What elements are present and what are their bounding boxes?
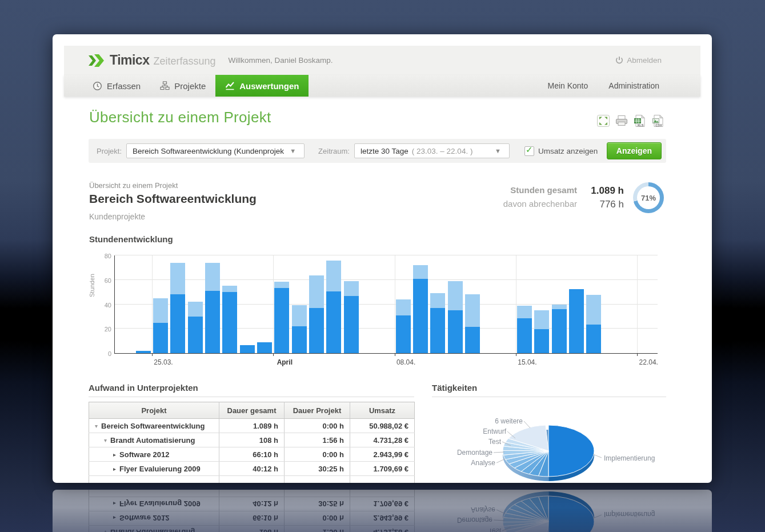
hours-bar <box>430 293 445 353</box>
hours-bar <box>257 342 272 353</box>
nonbillable-segment <box>222 286 237 292</box>
duration-project-cell: 30:25 h <box>285 462 350 476</box>
period-select[interactable]: letzte 30 Tage( 23.03. – 22.04. ) ▼ <box>354 143 510 158</box>
nonbillable-segment <box>170 263 185 295</box>
nonbillable-segment <box>534 310 549 329</box>
billable-segment <box>274 288 289 353</box>
hours-chart-heading: Stundenentwicklung <box>89 234 712 244</box>
y-axis-tick-label: 40 <box>97 302 111 309</box>
billable-hours-value: 776 h <box>584 199 624 210</box>
nonbillable-segment <box>465 294 480 327</box>
umsatz-checkbox-label: Umsatz anzeigen <box>538 147 598 155</box>
gridline <box>152 255 153 353</box>
y-axis-tick-label: 60 <box>97 277 111 284</box>
billable-segment <box>188 317 203 353</box>
anzeigen-button[interactable]: Anzeigen <box>607 142 662 159</box>
xls-label: XLS <box>638 123 644 127</box>
duration-project-cell: 0:00 h <box>285 419 350 433</box>
export-xls-icon[interactable]: XLS <box>633 114 647 130</box>
nav-right: Mein Konto Administration <box>547 75 659 97</box>
pie-slice-label: Analyse <box>471 459 495 467</box>
print-icon[interactable] <box>615 114 628 130</box>
x-axis-label: 25.03. <box>154 358 173 366</box>
billable-percentage-gauge: 71% <box>633 182 664 213</box>
filter-bar: Projekt: Bereich Softwareentwicklung (Ku… <box>89 139 666 163</box>
project-name-cell: ▸Flyer Evaluierung 2009 <box>89 462 219 476</box>
billable-segment <box>292 326 307 353</box>
col-umsatz[interactable]: Umsatz <box>350 402 415 419</box>
line-chart-icon <box>225 81 235 90</box>
tab-label: Projekte <box>174 81 206 91</box>
billable-segment <box>240 345 255 353</box>
hours-bar <box>240 345 255 353</box>
project-filter-label: Projekt: <box>97 147 122 155</box>
activities-section: Tätigkeiten ImplementierungAnalyseDemont… <box>432 383 666 483</box>
chevron-down-icon: ▼ <box>495 147 501 154</box>
expand-icon[interactable]: ▸ <box>113 466 116 472</box>
nav-administration[interactable]: Administration <box>608 81 659 90</box>
tab-auswertungen[interactable]: Auswertungen <box>215 75 309 97</box>
empty-cell <box>285 476 350 483</box>
duration-total-cell: 66:10 h <box>219 447 285 462</box>
umsatz-checkbox[interactable]: ✓ <box>524 146 534 156</box>
duration-project-cell: 0:00 h <box>285 447 350 462</box>
subproject-row[interactable]: ▾Brandt Automatisierung108 h1:56 h4.731,… <box>89 433 415 447</box>
gauge-percent-label: 71% <box>637 186 660 209</box>
subproject-row[interactable]: ▸Flyer Evaluierung 200940:12 h30:25 h1.7… <box>89 462 415 476</box>
collapse-icon[interactable]: ▾ <box>104 437 107 443</box>
clock-icon <box>93 81 102 91</box>
hours-bar <box>465 294 480 353</box>
gridline <box>516 255 516 353</box>
hours-bar <box>136 351 151 353</box>
col-projekt[interactable]: Projekt <box>89 402 219 419</box>
nonbillable-segment <box>448 281 463 310</box>
pie-slice-label: Test <box>488 438 501 446</box>
fullscreen-icon[interactable] <box>596 114 610 130</box>
project-select-value: Bereich Softwareentwicklung (Kundenproje… <box>133 147 284 155</box>
sitemap-icon <box>160 81 170 90</box>
main-nav: Erfassen Projekte Auswertungen M <box>64 75 700 97</box>
subprojects-tbody: ▾Bereich Softwareentwicklung1.089 h0:00 … <box>89 419 415 483</box>
gridline <box>115 279 658 280</box>
logout-label: Abmelden <box>627 56 662 65</box>
billable-segment <box>344 296 359 353</box>
welcome-text: Willkommen, Daniel Boskamp. <box>229 56 333 65</box>
billable-hours-label: davon abrechenbar <box>503 199 577 210</box>
project-select[interactable]: Bereich Softwareentwicklung (Kundenproje… <box>126 143 305 158</box>
revenue-cell: 4.731,28 € <box>350 433 415 447</box>
power-icon <box>615 56 623 65</box>
collapse-icon[interactable]: ▾ <box>95 423 98 429</box>
subprojects-section: Aufwand in Unterprojekten Projekt Dauer … <box>89 383 414 483</box>
project-group: Kundenprojekte <box>89 212 145 221</box>
subproject-name: Bereich Softwareentwicklung <box>101 422 205 430</box>
logout-button[interactable]: Abmelden <box>615 56 662 65</box>
tab-erfassen[interactable]: Erfassen <box>83 75 150 97</box>
project-name-cell: ▸Software 2012 <box>89 447 219 462</box>
csv-label: CSV <box>655 123 662 127</box>
x-axis-label: 08.04. <box>396 358 415 366</box>
duration-total-cell: 108 h <box>219 433 285 447</box>
stats-grid: Stunden gesamt 1.089 h davon abrechenbar… <box>503 185 624 210</box>
revenue-cell: 50.988,02 € <box>350 419 415 433</box>
subprojects-heading: Aufwand in Unterprojekten <box>89 383 414 397</box>
hours-bar <box>205 263 220 353</box>
nav-mein-konto[interactable]: Mein Konto <box>547 81 588 90</box>
export-csv-icon[interactable]: CSV <box>651 114 665 130</box>
umsatz-checkbox-row[interactable]: ✓ Umsatz anzeigen <box>524 146 598 156</box>
tab-projekte[interactable]: Projekte <box>150 75 215 97</box>
hours-bar <box>153 298 168 353</box>
gridline <box>273 255 274 353</box>
col-dauer-gesamt[interactable]: Dauer gesamt <box>219 402 285 419</box>
subproject-row[interactable]: ▾Bereich Softwareentwicklung1.089 h0:00 … <box>89 419 415 433</box>
expand-icon[interactable]: ▸ <box>113 451 116 458</box>
subproject-row-partial <box>89 476 415 483</box>
hours-chart-section: Stundenentwicklung Stunden 02040608025.0… <box>89 234 712 369</box>
chevron-down-icon: ▼ <box>290 147 296 154</box>
x-axis-tick <box>637 353 638 356</box>
col-dauer-projekt[interactable]: Dauer Projekt <box>285 402 350 419</box>
nonbillable-segment <box>396 299 411 315</box>
subproject-name: Software 2012 <box>119 450 169 459</box>
subproject-row[interactable]: ▸Software 201266:10 h0:00 h2.943,99 € <box>89 447 415 462</box>
subprojects-table: Projekt Dauer gesamt Dauer Projekt Umsat… <box>89 402 415 483</box>
tab-label: Auswertungen <box>239 81 299 91</box>
